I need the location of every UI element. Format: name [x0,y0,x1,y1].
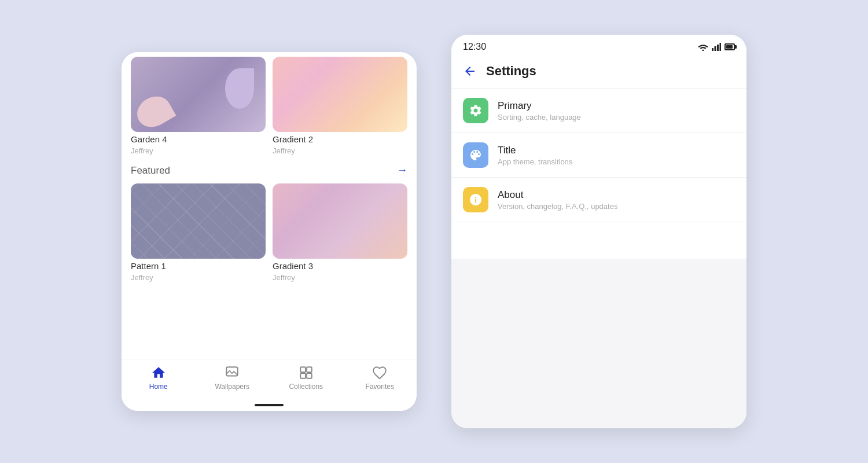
nav-collections-label: Collections [289,383,323,391]
home-icon [151,365,166,380]
gear-icon [469,104,483,117]
palette-icon [469,148,483,162]
bottom-nav: Home Wallpapers Collections Favorites [122,359,417,411]
back-arrow-icon [463,64,477,78]
nav-home[interactable]: Home [122,365,196,391]
primary-icon-wrap [463,98,488,123]
wallpaper-author-gradient2: Jeffrey [273,146,407,155]
primary-text: Primary Sorting, cache, language [498,100,581,122]
wallpaper-author-pattern1: Jeffrey [131,273,266,282]
title-icon-wrap [463,142,488,168]
svg-point-5 [703,50,704,52]
featured-arrow[interactable]: → [397,164,407,177]
nav-wallpapers[interactable]: Wallpapers [196,365,270,391]
thumb-garden4 [131,57,266,132]
wallpapers-icon [225,365,240,380]
svg-rect-0 [227,367,238,376]
wallpaper-author-garden4: Jeffrey [131,146,266,155]
svg-rect-9 [720,43,722,51]
title-setting-title: Title [498,145,572,156]
svg-rect-6 [712,48,713,51]
thumb-gradient3 [273,183,407,259]
settings-list: Primary Sorting, cache, language Title A… [451,89,746,259]
wallpaper-scroll: Garden 4 Jeffrey Gradient 2 Jeffrey Feat… [122,52,417,359]
wallpaper-author-gradient3: Jeffrey [273,273,407,282]
wallpaper-name-gradient2: Gradient 2 [273,134,407,144]
title-text: Title App theme, transitions [498,145,572,166]
nav-home-label: Home [149,383,168,391]
settings-title: Settings [486,64,536,79]
left-phone: Garden 4 Jeffrey Gradient 2 Jeffrey Feat… [122,52,417,411]
svg-rect-4 [307,373,312,379]
primary-title: Primary [498,100,581,112]
nav-favorites-label: Favorites [366,383,394,391]
title-subtitle: App theme, transitions [498,157,572,166]
about-subtitle: Version, changelog, F.A.Q., updates [498,202,617,211]
back-button[interactable] [463,64,477,78]
settings-item-primary[interactable]: Primary Sorting, cache, language [451,89,746,133]
wallpaper-item-gradient2[interactable]: Gradient 2 Jeffrey [273,57,407,155]
settings-header: Settings [451,57,746,89]
wallpaper-item-pattern1[interactable]: Pattern 1 Jeffrey [131,183,266,282]
status-bar: 12:30 [451,35,746,57]
wallpaper-item-garden4[interactable]: Garden 4 Jeffrey [131,57,266,155]
about-icon-wrap [463,187,488,212]
svg-rect-7 [715,46,716,51]
thumb-gradient2 [273,57,407,132]
settings-item-about[interactable]: About Version, changelog, F.A.Q., update… [451,178,746,222]
svg-rect-3 [300,373,306,379]
wifi-icon [698,43,708,51]
settings-empty-area [451,259,746,429]
wallpaper-name-garden4: Garden 4 [131,134,266,144]
signal-icon [712,43,721,51]
info-icon [469,193,483,207]
about-text: About Version, changelog, F.A.Q., update… [498,189,617,211]
settings-item-title[interactable]: Title App theme, transitions [451,133,746,178]
bottom-wallpaper-grid: Pattern 1 Jeffrey Gradient 3 Jeffrey [131,183,407,282]
nav-wallpapers-label: Wallpapers [215,383,249,391]
favorites-icon [372,365,387,380]
home-indicator [255,404,284,406]
battery-icon [724,43,735,50]
wallpaper-item-gradient3[interactable]: Gradient 3 Jeffrey [273,183,407,282]
wallpaper-name-gradient3: Gradient 3 [273,261,407,271]
svg-rect-1 [300,367,306,372]
wallpaper-name-pattern1: Pattern 1 [131,261,266,271]
status-icons [698,43,735,51]
svg-rect-2 [307,367,312,372]
top-wallpaper-grid: Garden 4 Jeffrey Gradient 2 Jeffrey [131,57,407,155]
featured-header: Featured → [131,164,407,177]
collections-icon [299,365,314,380]
about-title: About [498,189,617,201]
status-time: 12:30 [463,42,486,52]
nav-collections[interactable]: Collections [269,365,343,391]
thumb-pattern1 [131,183,266,259]
primary-subtitle: Sorting, cache, language [498,113,581,122]
svg-rect-8 [717,45,719,51]
right-phone: 12:30 Settings [451,35,746,428]
featured-label: Featured [131,165,170,177]
nav-favorites[interactable]: Favorites [343,365,417,391]
